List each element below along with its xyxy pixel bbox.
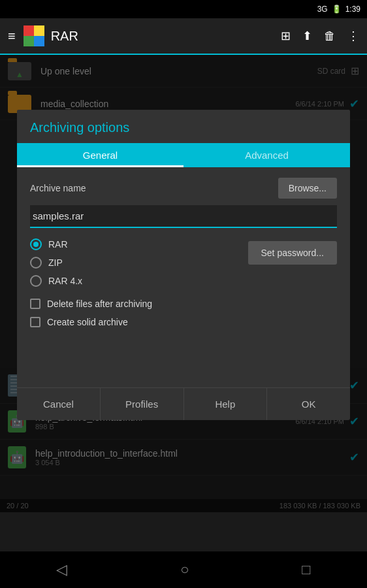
file-list: ▲ Up one level SD card ⊞ media_collectio… [0, 55, 367, 512]
profiles-button[interactable]: Profiles [101, 388, 184, 420]
checkbox-solid-archive[interactable]: Create solid archive [30, 317, 337, 327]
delete-icon[interactable]: 🗑 [324, 29, 336, 43]
set-password-button[interactable]: Set password... [248, 241, 338, 265]
time-display: 1:39 [345, 5, 360, 14]
radio-rar-circle[interactable] [30, 238, 42, 250]
toolbar-actions: ⊞ ⬆ 🗑 ⋮ [281, 29, 359, 43]
radio-zip-circle[interactable] [30, 257, 42, 269]
grid-view-icon[interactable]: ⊞ [281, 29, 291, 43]
ok-button[interactable]: OK [267, 388, 350, 420]
archive-name-label: Archive name [30, 183, 278, 193]
radio-rar4x-label: RAR 4.x [48, 276, 82, 286]
cancel-button[interactable]: Cancel [17, 388, 101, 420]
checkbox-group: Delete files after archiving Create soli… [30, 299, 337, 327]
more-options-icon[interactable]: ⋮ [347, 29, 359, 43]
signal-icon: 3G [317, 5, 328, 14]
status-bar: 3G 🔋 1:39 [0, 0, 367, 18]
radio-zip-label: ZIP [48, 257, 63, 268]
help-button[interactable]: Help [184, 388, 268, 420]
battery-icon: 🔋 [332, 5, 342, 14]
archiving-options-dialog: Archiving options General Advanced Archi… [17, 110, 350, 420]
checkbox-delete-files-label: Delete files after archiving [47, 299, 152, 309]
radio-zip[interactable]: ZIP [30, 257, 184, 269]
checkbox-solid-archive-label: Create solid archive [47, 317, 128, 327]
dialog-tabs: General Advanced [17, 143, 350, 167]
archive-name-row: Archive name Browse... [30, 178, 337, 199]
checkbox-delete-files[interactable]: Delete files after archiving [30, 299, 337, 309]
upload-icon[interactable]: ⬆ [302, 29, 312, 43]
dialog-footer: Cancel Profiles Help OK [17, 387, 350, 420]
toolbar: ≡ RAR ⊞ ⬆ 🗑 ⋮ [0, 18, 367, 55]
tab-general[interactable]: General [17, 143, 184, 167]
dialog-body: Archive name Browse... RAR ZIP [17, 167, 350, 372]
checkbox-delete-files-box[interactable] [30, 299, 40, 309]
browse-button[interactable]: Browse... [278, 178, 337, 199]
archive-name-input[interactable] [30, 205, 337, 228]
menu-icon[interactable]: ≡ [8, 29, 16, 44]
app-logo [24, 25, 44, 46]
dialog-overlay: Archiving options General Advanced Archi… [0, 55, 367, 512]
tab-advanced[interactable]: Advanced [184, 143, 350, 167]
format-radio-group: RAR ZIP RAR 4.x [30, 238, 184, 293]
dialog-title: Archiving options [17, 110, 350, 143]
nav-bar: ◁ ○ □ [0, 551, 367, 588]
app-title: RAR [51, 29, 281, 44]
radio-rar-label: RAR [48, 239, 68, 250]
radio-rar[interactable]: RAR [30, 238, 184, 250]
checkbox-solid-archive-box[interactable] [30, 317, 40, 327]
radio-rar4x-circle[interactable] [30, 275, 42, 287]
radio-rar4x[interactable]: RAR 4.x [30, 275, 184, 287]
recent-apps-button[interactable]: □ [302, 561, 310, 578]
back-button[interactable]: ◁ [56, 561, 67, 578]
home-button[interactable]: ○ [180, 561, 189, 578]
